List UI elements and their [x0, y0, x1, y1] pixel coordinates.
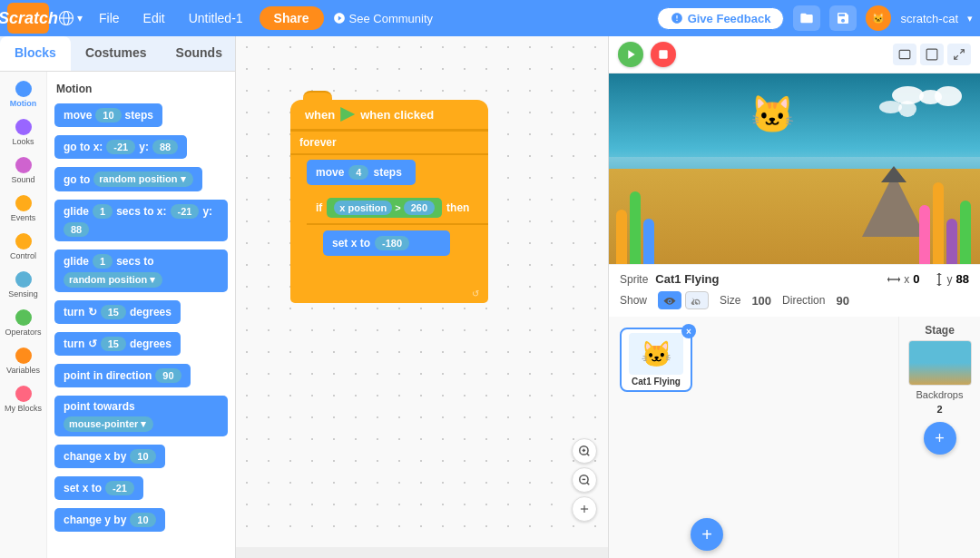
stage-fullscreen[interactable] [947, 44, 971, 65]
stage-thumbnail-image[interactable] [908, 340, 972, 386]
zoom-controls [572, 438, 597, 522]
block-point-dir[interactable]: point in direction 90 [54, 364, 191, 387]
language-selector[interactable]: ▾ [58, 10, 83, 26]
y-value[interactable]: 88 [956, 272, 969, 286]
stage-small-view[interactable] [893, 44, 916, 65]
backdrops-count: 2 [936, 404, 942, 415]
folder-button[interactable] [793, 5, 820, 31]
set-x-value[interactable]: -180 [375, 236, 409, 250]
sprite-list: × 🐱 Cat1 Flying [609, 317, 898, 558]
block-change-y[interactable]: change y by 10 [54, 508, 165, 532]
svg-line-8 [587, 483, 590, 485]
sidebar-item-events[interactable]: Events [0, 190, 46, 228]
sprite-label: Sprite [620, 273, 648, 286]
block-glide-pos[interactable]: glide 1 secs to random position ▾ [54, 250, 228, 292]
bound-value[interactable]: 260 [404, 201, 435, 215]
sidebar-item-sound[interactable]: Sound [0, 152, 46, 190]
project-title[interactable]: Untitled-1 [181, 7, 250, 29]
sprite-card-cat1[interactable]: × 🐱 Cat1 Flying [620, 328, 692, 392]
then-label: then [446, 201, 469, 214]
share-button[interactable]: Share [260, 6, 324, 30]
stop-button[interactable] [651, 42, 676, 67]
sprite-name-value[interactable]: Cat1 Flying [655, 272, 880, 286]
backdrops-label: Backdrops [916, 389, 964, 400]
code-canvas[interactable]: when when clicked forever move 4 [236, 36, 608, 531]
edit-menu[interactable]: Edit [136, 7, 172, 29]
sidebar-item-looks[interactable]: Looks [0, 113, 46, 152]
blocks-content: Motion Looks Sound Events Control [0, 72, 235, 558]
zoom-in-button[interactable] [572, 438, 597, 464]
feedback-button[interactable]: Give Feedback [657, 7, 785, 30]
tabs-row: Blocks Costumes Sounds [0, 36, 235, 72]
x-coord: x 0 [887, 272, 919, 286]
sidebar-item-operators[interactable]: Operators [0, 304, 46, 342]
move-value[interactable]: 4 [348, 165, 368, 180]
green-flag-button[interactable] [618, 42, 643, 67]
show-visible-button[interactable] [658, 291, 681, 309]
block-set-x[interactable]: set x to -21 [54, 476, 143, 500]
zoom-center-button[interactable] [572, 496, 597, 522]
top-navigation: Scratch ▾ File Edit Untitled-1 Share See… [0, 0, 980, 36]
if-label: if [316, 201, 322, 214]
hat-label: when [305, 108, 335, 122]
x-position-reporter: x position [334, 201, 392, 215]
sidebar-item-variables[interactable]: Variables [0, 342, 46, 380]
sidebar-item-myblocks[interactable]: My Blocks [0, 380, 46, 418]
volcano [862, 173, 926, 237]
svg-marker-22 [936, 284, 942, 286]
sidebar-item-motion[interactable]: Motion [0, 75, 46, 113]
see-community-button[interactable]: See Community [333, 12, 433, 25]
svg-marker-21 [936, 273, 942, 275]
hat-clicked: when clicked [360, 108, 434, 122]
stage-panel-label: Stage [925, 324, 955, 337]
sprite-info: Sprite Cat1 Flying x 0 y 88 Show [609, 264, 980, 317]
size-value[interactable]: 100 [751, 294, 771, 308]
tab-sounds[interactable]: Sounds [162, 36, 236, 71]
horizontal-scrollbar[interactable] [236, 547, 608, 558]
show-hidden-button[interactable] [685, 291, 709, 309]
tab-costumes[interactable]: Costumes [71, 36, 162, 71]
forever-label: forever [299, 136, 337, 149]
sprite-remove-button[interactable]: × [681, 324, 696, 338]
block-goto-pos[interactable]: go to random position ▾ [54, 167, 202, 191]
steps-label: steps [373, 166, 401, 179]
block-turn-cw[interactable]: turn ↻ 15 degrees [54, 300, 181, 324]
stage-thumbnail-panel: Stage Backdrops 2 + [898, 317, 980, 558]
stage-large-view[interactable] [920, 44, 944, 65]
svg-line-16 [955, 55, 958, 59]
tab-blocks[interactable]: Blocks [0, 36, 71, 71]
block-point-toward[interactable]: point towards mouse-pointer ▾ [54, 396, 228, 436]
stage-canvas: 🐱 [609, 73, 980, 264]
file-menu[interactable]: File [92, 7, 127, 29]
motion-section-label: Motion [56, 83, 228, 95]
plants-right [919, 182, 971, 264]
code-area: when when clicked forever move 4 [236, 36, 608, 558]
user-name[interactable]: scratch-cat [900, 12, 958, 25]
block-goto-xy[interactable]: go to x: -21 y: 88 [54, 135, 187, 159]
sidebar-item-sensing[interactable]: Sensing [0, 266, 46, 304]
save-button[interactable] [829, 5, 857, 31]
block-glide-xy[interactable]: glide 1 secs to x: -21 y: 88 [54, 200, 228, 241]
size-label: Size [720, 294, 740, 307]
script-group[interactable]: when when clicked forever move 4 [290, 100, 488, 303]
block-change-x[interactable]: change x by 10 [54, 445, 165, 468]
x-value[interactable]: 0 [913, 272, 919, 286]
svg-line-4 [587, 454, 590, 456]
scratch-logo[interactable]: Scratch [7, 3, 49, 34]
cat-sprite: 🐱 [750, 93, 795, 136]
sprite-stage-row: × 🐱 Cat1 Flying Stage Backdrops 2 + + [609, 317, 980, 558]
sprite-card-name: Cat1 Flying [625, 377, 687, 387]
show-buttons [658, 291, 709, 309]
show-label: Show [620, 294, 647, 307]
block-move[interactable]: move 10 steps [54, 103, 162, 127]
zoom-out-button[interactable] [572, 467, 597, 493]
add-sprite-button[interactable]: + [691, 518, 723, 551]
left-panel: Blocks Costumes Sounds Motion Looks Soun… [0, 36, 236, 558]
add-backdrop-button[interactable]: + [924, 422, 956, 455]
svg-marker-19 [887, 277, 889, 282]
svg-rect-12 [659, 50, 667, 58]
block-turn-ccw[interactable]: turn ↺ 15 degrees [54, 332, 181, 356]
category-list: Motion Looks Sound Events Control [0, 72, 47, 558]
sidebar-item-control[interactable]: Control [0, 228, 46, 266]
direction-value[interactable]: 90 [836, 294, 848, 308]
